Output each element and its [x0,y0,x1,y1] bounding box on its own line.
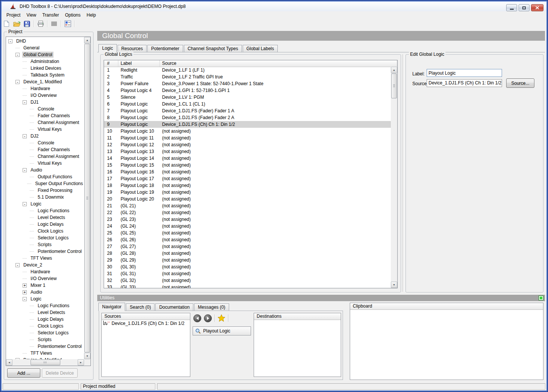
source-list-item[interactable]: Device_1.DJ1.FS (Ch) Ch 1: Din 1/2 [102,320,190,327]
label-input[interactable] [427,69,502,77]
tree-horizontal-scrollbar[interactable]: ◄ ► [6,359,84,366]
column-header-source[interactable]: Source [160,60,397,67]
table-row[interactable]: 3Power FailureDevice_3.Power 1 State: 52… [104,80,391,87]
scrollbar-thumb[interactable] [31,360,60,365]
tree-item[interactable]: Fader Channels [6,112,84,119]
tree-item[interactable]: Potentiometer Control [6,343,84,350]
tree-item[interactable]: Logic Functions [6,207,84,214]
destinations-header[interactable]: Destinations [254,313,341,320]
tree-item[interactable]: Virtual Keys [6,126,84,133]
table-row[interactable]: 33(GL 33)(not assigned) [104,284,391,288]
scroll-down-icon[interactable]: ▼ [391,282,397,288]
tree-item[interactable]: I/O Overview [6,92,84,99]
table-row[interactable]: 32(GL 32)(not assigned) [104,277,391,284]
tree-item[interactable]: Channel Assignment [6,153,84,160]
new-file-button[interactable] [2,20,11,28]
source-browse-button[interactable]: Source... [506,78,534,88]
table-row[interactable]: 26(GL 26)(not assigned) [104,236,391,243]
table-row[interactable]: 20Playout Logic 20(not assigned) [104,196,391,202]
tree-item[interactable]: Clock Logics [6,228,84,234]
table-row[interactable]: 10Playout Logic 10(not assigned) [104,128,391,135]
scroll-up-icon[interactable]: ▲ [84,37,90,43]
table-row[interactable]: 12Playout Logic 12(not assigned) [104,141,391,148]
scroll-left-icon[interactable]: ◄ [6,359,12,366]
table-row[interactable]: 13Playout Logic 13(not assigned) [104,148,391,155]
tab-logic[interactable]: Logic [98,44,117,52]
tree-item[interactable]: Logic Functions [6,302,84,309]
back-button[interactable] [193,314,201,322]
table-row[interactable]: 8Playout LogicDevice_1.DJ1.FS (Fader) Fa… [104,114,391,121]
tree-vertical-scrollbar[interactable]: ▲ ▼ [84,37,90,359]
table-row[interactable]: 19Playout Logic 19(not assigned) [104,189,391,196]
scrollbar-thumb[interactable] [84,44,90,352]
collapse-expander-icon[interactable]: - [15,263,20,267]
scrollbar-track[interactable] [391,99,397,282]
column-header-label[interactable]: Label [118,60,160,67]
table-row[interactable]: 22(GL 22)(not assigned) [104,209,391,216]
tree-item[interactable]: Scripts [6,336,84,343]
utility-tab-navigator[interactable]: Navigator [98,303,125,311]
collapse-expander-icon[interactable]: - [15,80,20,84]
table-row[interactable]: 1RedlightDevice_1.LF 1 (LF 1) [104,67,391,74]
scrollbar-track[interactable] [12,359,78,366]
add-button[interactable]: Add ... [7,368,40,378]
table-row[interactable]: 18Playout Logic 18(not assigned) [104,182,391,189]
tree-item[interactable]: 5.1 Downmix [6,194,84,201]
maximize-button[interactable] [519,4,530,11]
table-row[interactable]: 7Playout LogicDevice_1.DJ1.FS (Fader) Fa… [104,107,391,114]
collapse-expander-icon[interactable]: - [8,39,12,43]
tree-item[interactable]: Scripts [6,241,84,248]
open-project-button[interactable] [12,20,21,28]
tree-item[interactable]: Selector Logics [6,329,84,336]
tree-item[interactable]: -Device_3, Modified [6,357,84,359]
tab-channel-snapshot-types[interactable]: Channel Snapshot Types [184,45,242,52]
scroll-down-icon[interactable]: ▼ [84,353,90,359]
tree-item[interactable]: Linked Devices [6,65,84,72]
tree-item[interactable]: Hardware [6,268,84,275]
scroll-up-icon[interactable]: ▲ [391,67,397,73]
collapse-expander-icon[interactable]: - [23,297,27,301]
menu-item-view[interactable]: View [23,12,39,18]
utilities-collapse-button[interactable] [539,296,543,300]
tree-item[interactable]: Potentiometer Control [6,248,84,255]
print-button[interactable] [36,20,45,28]
tree-item[interactable]: +Audio [6,289,84,296]
tree-item[interactable]: -DHD [6,38,84,44]
favorite-star-icon[interactable] [217,314,225,322]
tree-item[interactable]: Selector Logics [6,234,84,241]
tab-global-labels[interactable]: Global Labels [243,45,278,52]
collapse-expander-icon[interactable]: - [23,134,27,138]
collapse-expander-icon[interactable]: - [23,168,27,172]
tree-item[interactable]: Talkback System [6,72,84,78]
table-row[interactable]: 23(GL 23)(not assigned) [104,216,391,223]
tree-item[interactable]: I/O Overview [6,275,84,282]
tree-item[interactable]: Console [6,139,84,146]
table-row[interactable]: 28(GL 28)(not assigned) [104,250,391,257]
tree-item[interactable]: Administration [6,58,84,65]
menu-item-options[interactable]: Options [62,12,83,18]
menu-item-help[interactable]: Help [84,12,99,18]
tree-item[interactable]: General [6,44,84,51]
table-row[interactable]: 9Playout LogicDevice_1.DJ1.FS (Ch) Ch 1:… [104,121,391,128]
tree-item[interactable]: -DJ1 [6,99,84,106]
scrollbar-thumb[interactable] [391,74,397,98]
utility-tab-messages-0[interactable]: Messages (0) [194,303,229,311]
tree-item[interactable]: Fixed Processing [6,187,84,194]
tree-item[interactable]: Level Detects [6,214,84,221]
expand-expander-icon[interactable]: + [23,283,27,288]
navigator-current-item[interactable]: Playout Logic [193,326,251,335]
tree-item[interactable]: TFT Views [6,255,84,262]
table-row[interactable]: 21(GL 21)(not assigned) [104,202,391,209]
tree-item[interactable]: Super Output Functions [6,180,84,187]
pane-splitter[interactable] [403,54,404,292]
tab-resources[interactable]: Resources [118,45,147,52]
tree-item[interactable]: -Audio [6,167,84,173]
tab-potentiometer[interactable]: Potentiometer [147,45,183,52]
table-row[interactable]: 6Playout LogicDevice_1.CL 1 (CL 1) [104,101,391,107]
table-row[interactable]: 31(GL 31)(not assigned) [104,270,391,277]
table-row[interactable]: 14Playout Logic 14(not assigned) [104,155,391,162]
tree-item[interactable]: Level Detects [6,309,84,316]
table-row[interactable]: 11Playout Logic 11(not assigned) [104,135,391,141]
column-header-number[interactable]: # [104,60,118,67]
tree-item[interactable]: Console [6,106,84,112]
